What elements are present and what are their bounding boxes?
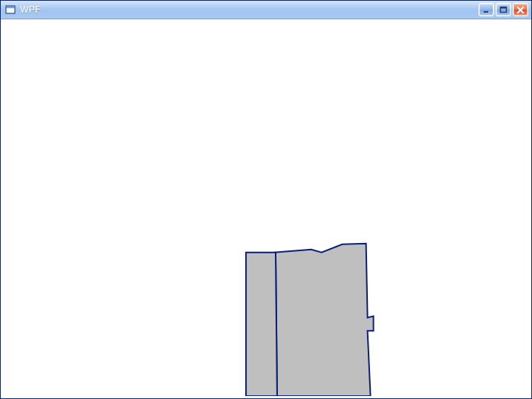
app-window: WPF: [0, 0, 532, 399]
app-window-icon: [5, 4, 16, 15]
canvas: [3, 20, 529, 396]
svg-rect-3: [484, 11, 488, 13]
right-shape: [274, 244, 374, 396]
minimize-button[interactable]: [479, 3, 494, 16]
window-title: WPF: [20, 4, 479, 15]
client-area: [3, 20, 529, 396]
svg-rect-5: [501, 7, 507, 8]
left-shape: [246, 253, 277, 396]
close-button[interactable]: [513, 3, 528, 16]
maximize-button[interactable]: [496, 3, 511, 16]
window-controls: [479, 3, 528, 16]
titlebar[interactable]: WPF: [1, 1, 531, 19]
